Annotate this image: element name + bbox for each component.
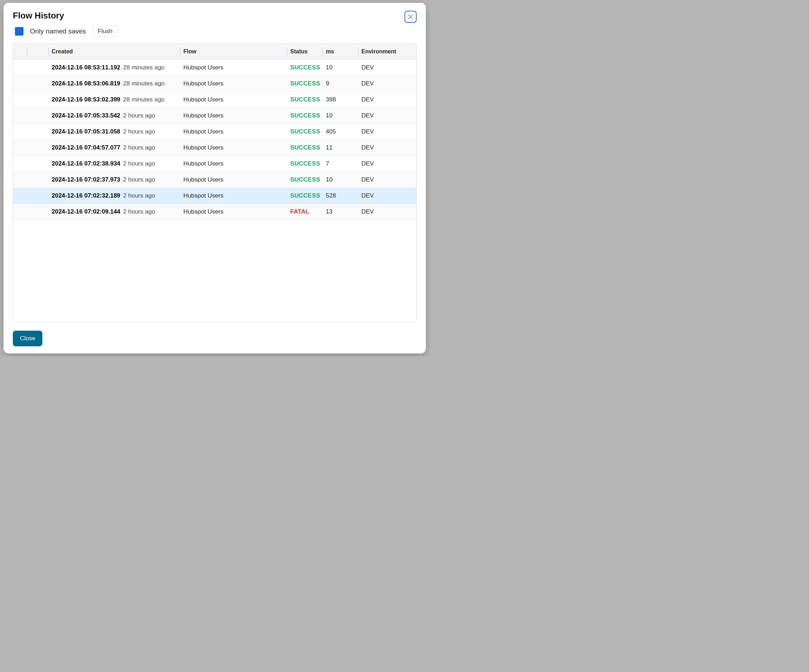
status-badge: SUCCESS bbox=[290, 160, 320, 167]
cell-ms: 528 bbox=[323, 188, 359, 204]
cell-blank bbox=[13, 156, 27, 172]
cell-status: SUCCESS bbox=[287, 92, 323, 108]
created-relative: 2 hours ago bbox=[123, 112, 155, 119]
cell-status: SUCCESS bbox=[287, 124, 323, 140]
created-timestamp: 2024-12-16 07:02:38.934 bbox=[52, 160, 120, 167]
cell-ms: 11 bbox=[323, 140, 359, 156]
cell-created: 2024-12-16 07:05:33.5422 hours ago bbox=[49, 108, 181, 124]
cell-env: DEV bbox=[359, 92, 416, 108]
status-badge: FATAL bbox=[290, 208, 309, 215]
col-header-blank1[interactable] bbox=[13, 44, 27, 60]
cell-flow: Hubspot Users bbox=[181, 188, 287, 204]
cell-ms: 398 bbox=[323, 92, 359, 108]
cell-blank bbox=[27, 60, 49, 76]
cell-flow: Hubspot Users bbox=[181, 204, 287, 220]
table-row[interactable]: 2024-12-16 07:04:57.0772 hours agoHubspo… bbox=[13, 140, 416, 156]
cell-ms: 9 bbox=[323, 76, 359, 92]
col-header-created[interactable]: Created bbox=[49, 44, 181, 60]
created-timestamp: 2024-12-16 07:05:31.058 bbox=[52, 128, 120, 135]
cell-env: DEV bbox=[359, 140, 416, 156]
status-badge: SUCCESS bbox=[290, 192, 320, 199]
cell-flow: Hubspot Users bbox=[181, 140, 287, 156]
status-badge: SUCCESS bbox=[290, 96, 320, 103]
cell-blank bbox=[27, 92, 49, 108]
cell-blank bbox=[13, 140, 27, 156]
cell-flow: Hubspot Users bbox=[181, 124, 287, 140]
cell-status: SUCCESS bbox=[287, 76, 323, 92]
col-header-blank2[interactable] bbox=[27, 44, 49, 60]
cell-blank bbox=[27, 156, 49, 172]
cell-created: 2024-12-16 08:53:06.81928 minutes ago bbox=[49, 76, 181, 92]
cell-status: SUCCESS bbox=[287, 140, 323, 156]
cell-status: SUCCESS bbox=[287, 156, 323, 172]
cell-blank bbox=[13, 188, 27, 204]
cell-blank bbox=[13, 76, 27, 92]
created-relative: 28 minutes ago bbox=[123, 80, 164, 87]
modal-controls: Only named saves Flush bbox=[13, 26, 118, 37]
only-named-saves-label: Only named saves bbox=[30, 27, 86, 35]
modal-footer: Close bbox=[13, 322, 416, 346]
cell-ms: 13 bbox=[323, 204, 359, 220]
created-relative: 28 minutes ago bbox=[123, 64, 164, 71]
cell-created: 2024-12-16 08:53:02.39928 minutes ago bbox=[49, 92, 181, 108]
cell-created: 2024-12-16 08:53:11.19228 minutes ago bbox=[49, 60, 181, 76]
created-relative: 2 hours ago bbox=[123, 176, 155, 183]
created-relative: 2 hours ago bbox=[123, 128, 155, 135]
table-row[interactable]: 2024-12-16 08:53:11.19228 minutes agoHub… bbox=[13, 60, 416, 76]
col-header-status[interactable]: Status bbox=[287, 44, 323, 60]
cell-flow: Hubspot Users bbox=[181, 108, 287, 124]
created-relative: 2 hours ago bbox=[123, 160, 155, 167]
col-header-environment[interactable]: Environment bbox=[359, 44, 416, 60]
cell-status: SUCCESS bbox=[287, 172, 323, 188]
created-timestamp: 2024-12-16 07:02:09.144 bbox=[52, 208, 120, 215]
created-timestamp: 2024-12-16 07:05:33.542 bbox=[52, 112, 120, 119]
cell-blank bbox=[13, 124, 27, 140]
cell-blank bbox=[27, 76, 49, 92]
close-icon bbox=[408, 14, 413, 19]
created-timestamp: 2024-12-16 07:04:57.077 bbox=[52, 144, 120, 151]
table-row[interactable]: 2024-12-16 07:02:09.1442 hours agoHubspo… bbox=[13, 204, 416, 220]
cell-created: 2024-12-16 07:05:31.0582 hours ago bbox=[49, 124, 181, 140]
cell-env: DEV bbox=[359, 156, 416, 172]
cell-env: DEV bbox=[359, 108, 416, 124]
status-badge: SUCCESS bbox=[290, 80, 320, 87]
table-row[interactable]: 2024-12-16 07:05:31.0582 hours agoHubspo… bbox=[13, 124, 416, 140]
created-timestamp: 2024-12-16 07:02:37.973 bbox=[52, 176, 120, 183]
cell-blank bbox=[13, 92, 27, 108]
status-badge: SUCCESS bbox=[290, 144, 320, 151]
history-table: Created Flow Status ms Environment 2024-… bbox=[13, 44, 416, 220]
cell-flow: Hubspot Users bbox=[181, 156, 287, 172]
cell-status: SUCCESS bbox=[287, 60, 323, 76]
cell-created: 2024-12-16 07:04:57.0772 hours ago bbox=[49, 140, 181, 156]
cell-env: DEV bbox=[359, 60, 416, 76]
status-badge: SUCCESS bbox=[290, 128, 320, 135]
table-header-row: Created Flow Status ms Environment bbox=[13, 44, 416, 60]
cell-blank bbox=[13, 204, 27, 220]
cell-blank bbox=[27, 172, 49, 188]
col-header-flow[interactable]: Flow bbox=[181, 44, 287, 60]
cell-flow: Hubspot Users bbox=[181, 76, 287, 92]
cell-ms: 405 bbox=[323, 124, 359, 140]
cell-status: FATAL bbox=[287, 204, 323, 220]
flush-button[interactable]: Flush bbox=[92, 26, 118, 37]
created-relative: 2 hours ago bbox=[123, 192, 155, 199]
only-named-saves-checkbox[interactable] bbox=[15, 27, 23, 35]
table-row[interactable]: 2024-12-16 08:53:06.81928 minutes agoHub… bbox=[13, 76, 416, 92]
close-icon-button[interactable] bbox=[404, 11, 416, 23]
history-table-container: Created Flow Status ms Environment 2024-… bbox=[13, 44, 416, 322]
table-row[interactable]: 2024-12-16 07:02:37.9732 hours agoHubspo… bbox=[13, 172, 416, 188]
cell-env: DEV bbox=[359, 204, 416, 220]
table-row[interactable]: 2024-12-16 07:05:33.5422 hours agoHubspo… bbox=[13, 108, 416, 124]
cell-blank bbox=[13, 108, 27, 124]
close-button[interactable]: Close bbox=[13, 331, 42, 346]
cell-env: DEV bbox=[359, 76, 416, 92]
col-header-ms[interactable]: ms bbox=[323, 44, 359, 60]
cell-ms: 10 bbox=[323, 108, 359, 124]
cell-status: SUCCESS bbox=[287, 188, 323, 204]
cell-blank bbox=[13, 60, 27, 76]
cell-ms: 10 bbox=[323, 60, 359, 76]
table-row[interactable]: 2024-12-16 08:53:02.39928 minutes agoHub… bbox=[13, 92, 416, 108]
created-relative: 2 hours ago bbox=[123, 144, 155, 151]
table-row[interactable]: 2024-12-16 07:02:32.1892 hours agoHubspo… bbox=[13, 188, 416, 204]
table-row[interactable]: 2024-12-16 07:02:38.9342 hours agoHubspo… bbox=[13, 156, 416, 172]
